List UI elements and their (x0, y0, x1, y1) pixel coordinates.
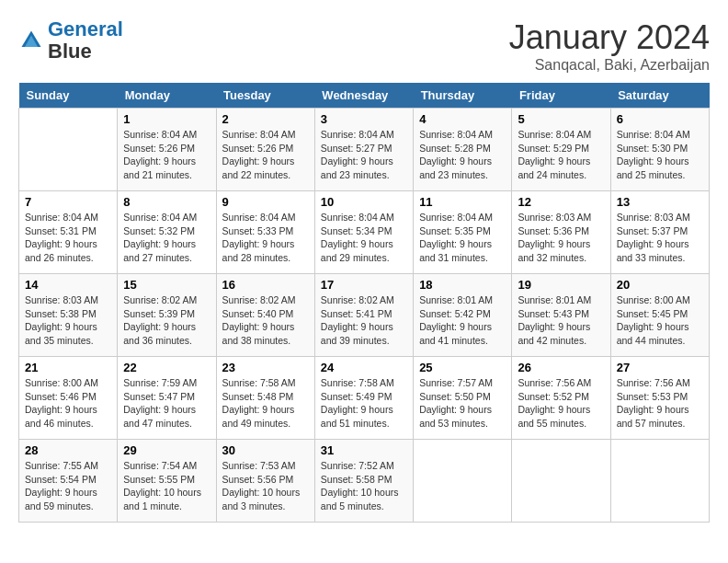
day-cell: 23Sunrise: 7:58 AMSunset: 5:48 PMDayligh… (216, 357, 314, 440)
day-number: 11 (419, 195, 506, 209)
weekday-header-thursday: Thursday (414, 83, 512, 109)
page-header: General Blue January 2024 Sanqacal, Baki… (18, 18, 710, 74)
day-info: Sunrise: 8:04 AMSunset: 5:27 PMDaylight:… (321, 128, 407, 182)
day-info: Sunrise: 7:55 AMSunset: 5:54 PMDaylight:… (25, 459, 111, 513)
day-cell: 16Sunrise: 8:02 AMSunset: 5:40 PMDayligh… (216, 274, 314, 357)
day-cell: 9Sunrise: 8:04 AMSunset: 5:33 PMDaylight… (216, 191, 314, 274)
logo-icon (18, 28, 44, 53)
day-number: 9 (222, 195, 309, 209)
day-info: Sunrise: 7:59 AMSunset: 5:47 PMDaylight:… (123, 376, 210, 431)
day-info: Sunrise: 8:00 AMSunset: 5:45 PMDaylight:… (617, 293, 703, 348)
week-row-2: 7Sunrise: 8:04 AMSunset: 5:31 PMDaylight… (19, 191, 710, 274)
day-number: 8 (123, 195, 210, 209)
day-info: Sunrise: 8:02 AMSunset: 5:41 PMDaylight:… (321, 293, 407, 348)
day-number: 23 (222, 361, 309, 374)
day-number: 14 (25, 278, 111, 292)
day-cell (19, 109, 118, 191)
day-number: 12 (518, 195, 604, 209)
day-cell: 13Sunrise: 8:03 AMSunset: 5:37 PMDayligh… (610, 191, 709, 274)
weekday-header-saturday: Saturday (610, 83, 709, 109)
day-cell: 19Sunrise: 8:01 AMSunset: 5:43 PMDayligh… (512, 274, 610, 357)
day-info: Sunrise: 8:01 AMSunset: 5:43 PMDaylight:… (518, 293, 604, 348)
day-number: 17 (321, 278, 407, 292)
day-cell: 17Sunrise: 8:02 AMSunset: 5:41 PMDayligh… (314, 274, 413, 357)
day-number: 20 (617, 278, 703, 292)
day-info: Sunrise: 8:04 AMSunset: 5:32 PMDaylight:… (123, 211, 210, 265)
day-number: 7 (25, 195, 111, 209)
day-cell: 3Sunrise: 8:04 AMSunset: 5:27 PMDaylight… (314, 109, 413, 191)
day-cell: 20Sunrise: 8:00 AMSunset: 5:45 PMDayligh… (610, 274, 709, 357)
day-info: Sunrise: 7:57 AMSunset: 5:50 PMDaylight:… (419, 376, 506, 431)
logo-text: General Blue (48, 18, 123, 63)
day-number: 27 (617, 361, 703, 374)
day-cell: 7Sunrise: 8:04 AMSunset: 5:31 PMDaylight… (19, 191, 118, 274)
day-cell: 14Sunrise: 8:03 AMSunset: 5:38 PMDayligh… (19, 274, 118, 357)
weekday-header-row: SundayMondayTuesdayWednesdayThursdayFrid… (19, 83, 710, 109)
day-info: Sunrise: 8:01 AMSunset: 5:42 PMDaylight:… (419, 293, 506, 348)
day-number: 15 (123, 278, 210, 292)
day-number: 31 (321, 443, 407, 457)
day-info: Sunrise: 8:03 AMSunset: 5:36 PMDaylight:… (518, 211, 604, 265)
day-info: Sunrise: 7:54 AMSunset: 5:55 PMDaylight:… (123, 459, 210, 513)
calendar-table: SundayMondayTuesdayWednesdayThursdayFrid… (18, 83, 710, 523)
day-cell (512, 440, 610, 523)
day-number: 19 (518, 278, 604, 292)
day-info: Sunrise: 8:04 AMSunset: 5:29 PMDaylight:… (518, 128, 604, 182)
day-info: Sunrise: 7:52 AMSunset: 5:58 PMDaylight:… (321, 459, 407, 513)
day-info: Sunrise: 8:03 AMSunset: 5:38 PMDaylight:… (25, 293, 111, 348)
day-info: Sunrise: 8:04 AMSunset: 5:28 PMDaylight:… (419, 128, 506, 182)
day-cell: 1Sunrise: 8:04 AMSunset: 5:26 PMDaylight… (118, 109, 216, 191)
day-info: Sunrise: 8:02 AMSunset: 5:39 PMDaylight:… (123, 293, 210, 348)
day-number: 25 (419, 361, 506, 374)
day-number: 30 (222, 443, 309, 457)
day-number: 28 (25, 443, 111, 457)
day-cell: 26Sunrise: 7:56 AMSunset: 5:52 PMDayligh… (512, 357, 610, 440)
day-info: Sunrise: 8:04 AMSunset: 5:33 PMDaylight:… (222, 211, 309, 265)
day-cell: 6Sunrise: 8:04 AMSunset: 5:30 PMDaylight… (610, 109, 709, 191)
day-cell: 11Sunrise: 8:04 AMSunset: 5:35 PMDayligh… (414, 191, 512, 274)
day-number: 29 (123, 443, 210, 457)
day-cell: 21Sunrise: 8:00 AMSunset: 5:46 PMDayligh… (19, 357, 118, 440)
day-cell: 31Sunrise: 7:52 AMSunset: 5:58 PMDayligh… (314, 440, 413, 523)
day-info: Sunrise: 8:00 AMSunset: 5:46 PMDaylight:… (25, 376, 111, 431)
day-number: 13 (617, 195, 703, 209)
day-info: Sunrise: 8:04 AMSunset: 5:35 PMDaylight:… (419, 211, 506, 265)
day-cell: 10Sunrise: 8:04 AMSunset: 5:34 PMDayligh… (314, 191, 413, 274)
day-cell: 18Sunrise: 8:01 AMSunset: 5:42 PMDayligh… (414, 274, 512, 357)
day-cell: 15Sunrise: 8:02 AMSunset: 5:39 PMDayligh… (118, 274, 216, 357)
weekday-header-tuesday: Tuesday (216, 83, 314, 109)
weekday-header-friday: Friday (512, 83, 610, 109)
day-cell: 28Sunrise: 7:55 AMSunset: 5:54 PMDayligh… (19, 440, 118, 523)
day-number: 3 (321, 112, 407, 126)
day-cell: 24Sunrise: 7:58 AMSunset: 5:49 PMDayligh… (314, 357, 413, 440)
day-cell: 12Sunrise: 8:03 AMSunset: 5:36 PMDayligh… (512, 191, 610, 274)
day-cell: 2Sunrise: 8:04 AMSunset: 5:26 PMDaylight… (216, 109, 314, 191)
day-info: Sunrise: 7:58 AMSunset: 5:49 PMDaylight:… (321, 376, 407, 431)
day-number: 5 (518, 112, 604, 126)
day-info: Sunrise: 8:02 AMSunset: 5:40 PMDaylight:… (222, 293, 309, 348)
weekday-header-wednesday: Wednesday (314, 83, 413, 109)
day-cell: 27Sunrise: 7:56 AMSunset: 5:53 PMDayligh… (610, 357, 709, 440)
week-row-3: 14Sunrise: 8:03 AMSunset: 5:38 PMDayligh… (19, 274, 710, 357)
day-info: Sunrise: 8:04 AMSunset: 5:34 PMDaylight:… (321, 211, 407, 265)
day-number: 6 (617, 112, 703, 126)
day-number: 1 (123, 112, 210, 126)
day-number: 2 (222, 112, 309, 126)
weekday-header-monday: Monday (118, 83, 216, 109)
day-number: 22 (123, 361, 210, 374)
day-info: Sunrise: 8:03 AMSunset: 5:37 PMDaylight:… (617, 211, 703, 265)
day-cell: 8Sunrise: 8:04 AMSunset: 5:32 PMDaylight… (118, 191, 216, 274)
day-cell: 22Sunrise: 7:59 AMSunset: 5:47 PMDayligh… (118, 357, 216, 440)
week-row-4: 21Sunrise: 8:00 AMSunset: 5:46 PMDayligh… (19, 357, 710, 440)
day-cell (414, 440, 512, 523)
day-cell: 29Sunrise: 7:54 AMSunset: 5:55 PMDayligh… (118, 440, 216, 523)
day-cell: 25Sunrise: 7:57 AMSunset: 5:50 PMDayligh… (414, 357, 512, 440)
day-cell: 5Sunrise: 8:04 AMSunset: 5:29 PMDaylight… (512, 109, 610, 191)
day-info: Sunrise: 7:56 AMSunset: 5:52 PMDaylight:… (518, 376, 604, 431)
day-cell: 4Sunrise: 8:04 AMSunset: 5:28 PMDaylight… (414, 109, 512, 191)
day-info: Sunrise: 8:04 AMSunset: 5:26 PMDaylight:… (123, 128, 210, 182)
logo: General Blue (18, 18, 123, 63)
day-number: 26 (518, 361, 604, 374)
day-info: Sunrise: 7:53 AMSunset: 5:56 PMDaylight:… (222, 459, 309, 513)
month-title: January 2024 (509, 18, 710, 57)
